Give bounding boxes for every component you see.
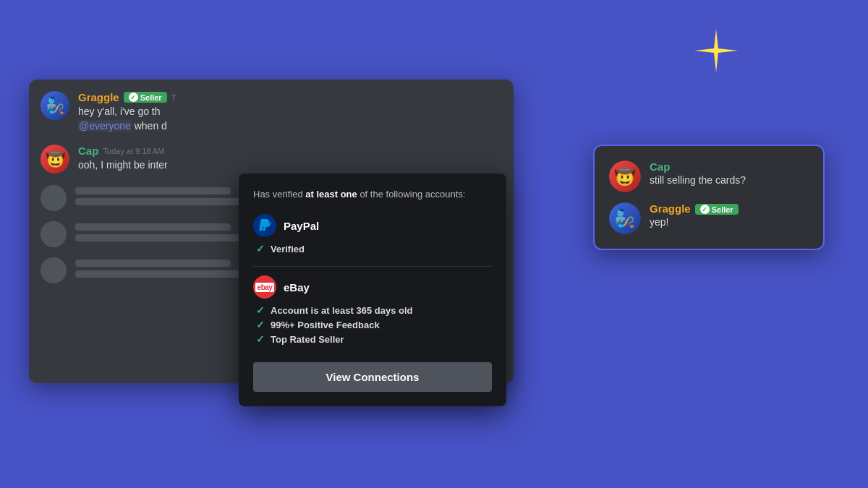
dm-text-graggle: yep! xyxy=(650,216,739,228)
dm-avatar-cap: 🤠 xyxy=(609,160,641,192)
message-text-graggle: hey y'all, i've go th @everyone when d xyxy=(78,105,502,133)
message-timestamp-cap: Today at 9:18 AM xyxy=(103,147,164,155)
background: 🧞 Graggle ✓ Seller T hey y'all, i've go … xyxy=(0,0,868,488)
dm-username-cap: Cap xyxy=(650,160,746,173)
message-header-graggle: Graggle ✓ Seller T xyxy=(78,91,502,103)
ebay-check-top-rated-label: Top Rated Seller xyxy=(271,334,344,345)
paypal-icon xyxy=(253,214,276,237)
dm-content-cap: Cap still selling the cards? xyxy=(650,160,746,186)
ebay-icon-text: ebay xyxy=(255,283,275,292)
check-icon-ebay-3: ✓ xyxy=(256,333,265,345)
mention-everyone: @everyone xyxy=(78,120,132,132)
message-content-graggle: Graggle ✓ Seller T hey y'all, i've go th… xyxy=(78,91,502,133)
seller-badge-graggle[interactable]: ✓ Seller xyxy=(124,92,167,103)
tooltip-header-bold: at least one xyxy=(305,189,357,200)
message-content-cap: Cap Today at 9:18 AM ooh, I might be int… xyxy=(78,145,502,173)
username-cap: Cap xyxy=(78,145,98,157)
ebay-check-age: ✓ Account is at least 365 days old xyxy=(256,304,492,316)
discord-window: 🧞 Graggle ✓ Seller T hey y'all, i've go … xyxy=(29,80,514,383)
ebay-name-row: ebay eBay xyxy=(253,275,492,299)
check-icon-ebay-2: ✓ xyxy=(256,319,265,330)
avatar-graggle: 🧞 xyxy=(41,91,69,120)
seller-check-icon: ✓ xyxy=(129,93,138,102)
tooltip-header-suffix: of the following accounts: xyxy=(357,189,466,200)
dm-message-cap: 🤠 Cap still selling the cards? xyxy=(609,160,809,192)
dm-seller-badge-label: Seller xyxy=(712,205,733,214)
message-timestamp-graggle: T xyxy=(171,93,176,102)
dm-content-graggle: Graggle ✓ Seller yep! xyxy=(650,202,739,228)
seller-badge-label: Seller xyxy=(140,93,162,102)
paypal-check-verified: ✓ Verified xyxy=(256,243,492,254)
message-graggle: 🧞 Graggle ✓ Seller T hey y'all, i've go … xyxy=(41,91,502,133)
dm-seller-badge-graggle: ✓ Seller xyxy=(695,204,739,215)
placeholder-line-3a xyxy=(75,260,231,267)
dm-message-graggle: 🧞 Graggle ✓ Seller yep! xyxy=(609,202,809,234)
dm-text-cap: still selling the cards? xyxy=(650,174,746,186)
paypal-checks: ✓ Verified xyxy=(253,243,492,254)
dm-seller-check-icon: ✓ xyxy=(700,205,710,214)
placeholder-line-1a xyxy=(75,187,231,194)
service-divider xyxy=(253,266,492,267)
ebay-check-age-label: Account is at least 365 days old xyxy=(271,305,413,316)
service-paypal: PayPal ✓ Verified xyxy=(253,214,492,254)
service-ebay: ebay eBay ✓ Account is at least 365 days… xyxy=(253,275,492,345)
dm-username-graggle: Graggle xyxy=(650,202,691,215)
dm-card: 🤠 Cap still selling the cards? 🧞 Graggle… xyxy=(593,145,825,250)
ebay-checks: ✓ Account is at least 365 days old ✓ 99%… xyxy=(253,304,492,345)
star-decoration xyxy=(694,29,738,72)
placeholder-avatar-2 xyxy=(41,221,67,247)
placeholder-line-2a xyxy=(75,223,231,231)
ebay-check-feedback-label: 99%+ Positive Feedback xyxy=(271,320,380,330)
message-cap: 🤠 Cap Today at 9:18 AM ooh, I might be i… xyxy=(41,145,502,174)
username-graggle: Graggle xyxy=(78,91,119,103)
ebay-icon: ebay xyxy=(253,275,276,299)
ebay-check-feedback: ✓ 99%+ Positive Feedback xyxy=(256,319,492,330)
placeholder-avatar-3 xyxy=(41,257,67,283)
view-connections-button[interactable]: View Connections xyxy=(253,362,492,392)
message-header-cap: Cap Today at 9:18 AM xyxy=(78,145,502,157)
dm-avatar-graggle: 🧞 xyxy=(609,202,641,234)
placeholder-avatar-1 xyxy=(41,185,67,211)
tooltip-header: Has verified at least one of the followi… xyxy=(253,188,492,201)
paypal-label: PayPal xyxy=(284,220,319,232)
ebay-check-top-rated: ✓ Top Rated Seller xyxy=(256,333,492,345)
seller-tooltip: Has verified at least one of the followi… xyxy=(239,174,506,406)
message-text-cap: ooh, I might be inter xyxy=(78,158,502,173)
paypal-check-label: Verified xyxy=(271,244,305,254)
tooltip-header-normal: Has verified xyxy=(253,189,305,200)
ebay-label: eBay xyxy=(284,281,310,294)
check-icon-paypal: ✓ xyxy=(256,243,265,254)
check-icon-ebay-1: ✓ xyxy=(256,304,265,316)
paypal-name-row: PayPal xyxy=(253,214,492,237)
avatar-cap: 🤠 xyxy=(41,145,69,174)
